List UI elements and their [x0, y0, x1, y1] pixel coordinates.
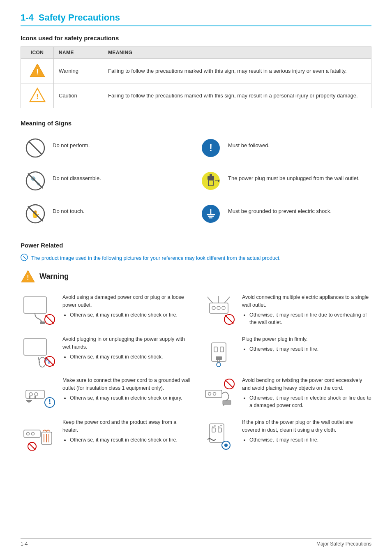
- sign-item-no-touch: ✋ Do not touch.: [21, 197, 196, 230]
- page-footer: 1-4 Major Safety Precautions: [21, 538, 371, 547]
- dust-img: [200, 419, 237, 451]
- svg-rect-67: [223, 400, 231, 405]
- footer-section-name: Major Safety Precautions: [316, 541, 371, 547]
- warning-icon-cell: !: [21, 59, 54, 83]
- svg-text:!: !: [36, 92, 39, 101]
- warning-item-damaged-cord: Avoid using a damaged power cord or plug…: [21, 289, 192, 331]
- sign-item-must-follow: ! Must be followed.: [196, 132, 371, 164]
- unplug-text: The power plug must be unplugged from th…: [228, 170, 360, 183]
- bending-cord-img: [200, 377, 237, 409]
- heater-bullet: Otherwise, it may result in electric sho…: [70, 436, 192, 444]
- unplug-icon: [200, 170, 221, 192]
- section-number: 1-4: [21, 12, 34, 23]
- caution-triangle-icon: !: [29, 88, 46, 102]
- warning-item-grounded: Make sure to connect the power cord to a…: [21, 372, 192, 414]
- damaged-cord-content: Avoid using a damaged power cord or plug…: [62, 294, 192, 319]
- warning-banner-text: Warning: [39, 272, 69, 281]
- no-touch-icon: ✋: [25, 203, 46, 224]
- svg-point-55: [35, 393, 38, 396]
- svg-point-72: [31, 432, 34, 435]
- no-perform-icon: [25, 137, 46, 159]
- plug-firmly-text: Plug the power plug in firmly.: [242, 335, 371, 343]
- damaged-cord-text: Avoid using a damaged power cord or plug…: [62, 294, 192, 309]
- power-related-section: Power Related The product image used in …: [21, 242, 371, 456]
- caution-meaning-cell: Failing to follow the precautions marked…: [103, 83, 371, 108]
- svg-point-71: [26, 432, 29, 435]
- page: 1-4 Safety Precautions Icons used for sa…: [0, 0, 392, 555]
- grounded-text: Make sure to connect the power cord to a…: [62, 377, 192, 392]
- signs-grid: Do not perform. ! Must be followed. 🔧: [21, 132, 371, 230]
- warning-banner-icon: !: [21, 270, 35, 283]
- grounded-bullet: Otherwise, it may result in electric sho…: [70, 394, 192, 402]
- ground-icon: [200, 203, 221, 224]
- svg-rect-49: [216, 356, 222, 360]
- warning-banner: ! Warning: [21, 270, 371, 283]
- col-header-meaning: MEANING: [103, 47, 371, 59]
- warning-item-plug-firmly: Plug the power plug in firmly. Otherwise…: [200, 331, 371, 372]
- wet-hands-content: Avoid plugging in or unplugging the powe…: [62, 335, 192, 361]
- multiple-outlets-img: [200, 294, 237, 326]
- svg-point-66: [213, 392, 216, 395]
- heater-text: Keep the power cord and the product away…: [62, 419, 192, 434]
- no-perform-text: Do not perform.: [53, 137, 90, 150]
- sign-item-no-disassemble: 🔧 Do not disassemble.: [21, 164, 196, 197]
- svg-rect-31: [40, 321, 45, 324]
- bending-cord-content: Avoid bending or twisting the power cord…: [242, 377, 371, 410]
- bending-cord-bullet: Otherwise, it may result in electric sho…: [249, 394, 371, 410]
- wet-hands-img: [21, 335, 58, 368]
- svg-rect-13: [210, 174, 211, 177]
- sign-item-no-perform: Do not perform.: [21, 132, 196, 164]
- warning-name-cell: Warning: [54, 59, 103, 83]
- warning-item-wet-hands: Avoid plugging in or unplugging the powe…: [21, 331, 192, 372]
- svg-point-36: [217, 306, 220, 310]
- multiple-outlets-text: Avoid connecting multiple electric appli…: [242, 294, 371, 309]
- svg-point-54: [29, 393, 32, 396]
- table-row: ! Warning Failing to follow the precauti…: [21, 59, 371, 83]
- svg-line-39: [225, 315, 233, 324]
- icons-table: ICON NAME MEANING ! Warning Failing to f…: [21, 46, 371, 108]
- grounded-content: Make sure to connect the power cord to a…: [62, 377, 192, 402]
- note-text: The product image used in the following …: [31, 255, 281, 261]
- note-line: The product image used in the following …: [21, 254, 371, 262]
- svg-line-45: [46, 357, 54, 365]
- caution-icon-cell: !: [21, 83, 54, 108]
- footer-page-num: 1-4: [21, 541, 28, 547]
- svg-point-85: [220, 425, 222, 426]
- svg-line-78: [29, 443, 35, 450]
- no-touch-text: Do not touch.: [53, 203, 84, 215]
- col-header-name: NAME: [54, 47, 103, 59]
- svg-line-69: [225, 380, 233, 388]
- svg-point-65: [208, 392, 211, 395]
- dust-content: If the pins of the power plug or the wal…: [242, 419, 371, 444]
- svg-point-87: [224, 444, 228, 447]
- svg-point-35: [212, 306, 215, 310]
- svg-point-84: [218, 426, 219, 428]
- svg-rect-81: [218, 428, 221, 432]
- svg-point-52: [217, 363, 221, 367]
- heater-content: Keep the power cord and the product away…: [62, 419, 192, 444]
- svg-rect-47: [214, 347, 217, 352]
- dust-bullet: Otherwise, it may result in fire.: [249, 436, 371, 444]
- svg-line-33: [46, 315, 54, 324]
- warning-item-dust: If the pins of the power plug or the wal…: [200, 414, 371, 456]
- section-title: Safety Precautions: [39, 12, 120, 23]
- svg-text:!: !: [36, 68, 39, 76]
- svg-rect-57: [35, 396, 36, 399]
- svg-text:!: !: [209, 142, 212, 153]
- warning-triangle-icon: !: [29, 63, 46, 78]
- svg-line-5: [29, 141, 42, 155]
- table-row: ! Caution Failing to follow the precauti…: [21, 83, 371, 108]
- svg-point-63: [49, 402, 51, 404]
- multiple-outlets-content: Avoid connecting multiple electric appli…: [242, 294, 371, 327]
- svg-point-37: [222, 306, 225, 310]
- plug-firmly-content: Plug the power plug in firmly. Otherwise…: [242, 335, 371, 354]
- ground-text: Must be grounded to prevent electric sho…: [228, 203, 332, 215]
- heater-img: [21, 419, 58, 451]
- svg-point-82: [212, 426, 214, 428]
- svg-rect-30: [24, 297, 46, 313]
- icons-section-heading: Icons used for safety precautions: [21, 35, 371, 42]
- grounded-img: [21, 377, 58, 409]
- svg-rect-14: [211, 174, 212, 177]
- svg-rect-40: [24, 339, 46, 355]
- wet-hands-bullet: Otherwise, it may result in electric sho…: [70, 353, 192, 361]
